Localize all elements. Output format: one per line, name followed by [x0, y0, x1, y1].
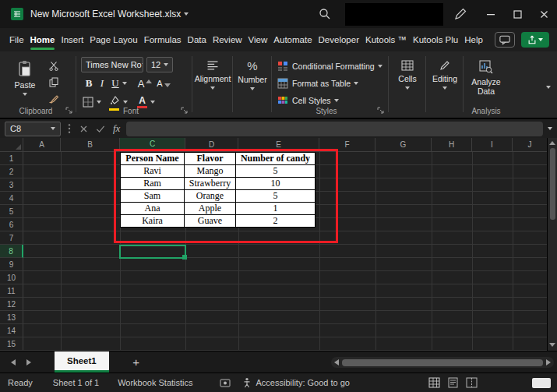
menu-tab-review[interactable]: Review: [210, 28, 245, 51]
font-size-select[interactable]: 12: [146, 57, 173, 72]
menu-tab-view[interactable]: View: [245, 28, 271, 51]
menu-tab-automate[interactable]: Automate: [270, 28, 315, 51]
row-header-10[interactable]: 10: [0, 271, 23, 284]
column-header-a[interactable]: A: [23, 138, 61, 151]
title-dropdown-icon[interactable]: [184, 12, 189, 16]
column-header-j[interactable]: J: [513, 138, 547, 151]
view-normal-icon[interactable]: [428, 377, 440, 388]
previous-sheet-icon[interactable]: [11, 359, 16, 366]
selected-cell-outline[interactable]: [119, 245, 186, 259]
number-format-button[interactable]: % Number: [235, 56, 270, 109]
zoom-indicator[interactable]: [532, 378, 551, 388]
column-header-g[interactable]: G: [375, 138, 432, 151]
cut-button[interactable]: [45, 58, 62, 72]
minimize-button[interactable]: [478, 0, 504, 28]
column-header-i[interactable]: I: [472, 138, 513, 151]
row-header-12[interactable]: 12: [0, 298, 23, 311]
formula-bar-grip-icon[interactable]: [67, 123, 72, 134]
sheet-tab-sheet1[interactable]: Sheet1: [55, 351, 109, 373]
group-divider: [425, 56, 426, 112]
italic-button[interactable]: I: [97, 76, 108, 91]
cancel-entry-icon[interactable]: [79, 125, 88, 133]
scroll-up-icon[interactable]: [549, 141, 555, 145]
decrease-font-button[interactable]: A: [156, 76, 171, 91]
alignment-button[interactable]: Alignment: [195, 56, 231, 109]
formula-input[interactable]: [126, 122, 543, 136]
editing-button[interactable]: Editing: [428, 56, 461, 109]
view-page-break-icon[interactable]: [466, 377, 478, 388]
pen-icon[interactable]: [454, 8, 467, 20]
comments-button[interactable]: [495, 32, 515, 48]
maximize-button[interactable]: [504, 0, 531, 28]
row-header-6[interactable]: 6: [0, 218, 23, 231]
add-sheet-button[interactable]: +: [129, 355, 143, 369]
conditional-formatting-button[interactable]: Conditional Formatting: [277, 58, 382, 73]
menu-tab-data[interactable]: Data: [185, 28, 210, 51]
comment-icon: [499, 35, 510, 45]
bold-button[interactable]: B: [83, 76, 95, 91]
search-icon[interactable]: [319, 8, 331, 20]
spreadsheet-grid[interactable]: A B C D E F G H I J 1 2 3 4: [0, 138, 547, 351]
horizontal-scrollbar[interactable]: [331, 357, 554, 368]
format-as-table-button[interactable]: Format as Table: [277, 76, 358, 90]
row-header-2[interactable]: 2: [0, 165, 23, 178]
horizontal-scroll-thumb[interactable]: [342, 359, 543, 366]
scroll-down-icon[interactable]: [549, 343, 555, 347]
view-page-layout-icon[interactable]: [447, 377, 459, 388]
enter-entry-icon[interactable]: [96, 125, 105, 133]
row-header-15[interactable]: 15: [0, 337, 23, 351]
analyze-data-button[interactable]: Analyze Data: [466, 56, 506, 109]
row-header-14[interactable]: 14: [0, 324, 23, 337]
close-button[interactable]: [531, 0, 557, 28]
menu-tab-kutools-plus[interactable]: Kutools Plu: [410, 28, 461, 51]
menu-tab-formulas[interactable]: Formulas: [141, 28, 185, 51]
workbook-statistics-button[interactable]: Workbook Statistics: [118, 378, 192, 387]
row-header-11[interactable]: 11: [0, 284, 23, 298]
next-sheet-icon[interactable]: [26, 359, 31, 366]
fill-handle[interactable]: [182, 255, 187, 260]
copy-button[interactable]: [45, 75, 62, 89]
row-header-9[interactable]: 9: [0, 258, 23, 271]
row-header-8[interactable]: 8: [0, 245, 23, 258]
menu-tab-page-layout[interactable]: Page Layou: [86, 28, 140, 51]
row-header-1[interactable]: 1: [0, 152, 23, 165]
menu-tab-kutools[interactable]: Kutools ™: [362, 28, 410, 51]
formula-bar-expand-icon[interactable]: [548, 127, 552, 130]
row-header-4[interactable]: 4: [0, 192, 23, 205]
increase-font-button[interactable]: A: [137, 76, 153, 91]
name-box[interactable]: C8: [5, 122, 61, 136]
font-name-select[interactable]: Times New Ro: [81, 57, 143, 72]
paste-button[interactable]: Paste: [8, 56, 42, 109]
column-header-b[interactable]: B: [61, 138, 120, 151]
row-header-5[interactable]: 5: [0, 205, 23, 218]
cells-button[interactable]: Cells: [391, 56, 424, 109]
share-button[interactable]: [521, 32, 549, 48]
menu-tab-file[interactable]: File: [6, 28, 27, 51]
window-title: New Microsoft Excel Worksheet.xlsx: [30, 9, 181, 19]
menu-tab-help[interactable]: Help: [461, 28, 486, 51]
format-painter-button[interactable]: [45, 91, 62, 105]
styles-dialog-launcher-icon[interactable]: [377, 107, 385, 115]
ribbon-collapse-icon[interactable]: [546, 86, 551, 89]
vertical-scroll-thumb[interactable]: [550, 148, 555, 220]
column-header-h[interactable]: H: [432, 138, 472, 151]
macro-record-icon[interactable]: [220, 378, 231, 388]
row-header-13[interactable]: 13: [0, 311, 23, 324]
underline-button[interactable]: U: [109, 76, 129, 91]
select-all-corner[interactable]: [0, 138, 23, 151]
menu-tab-home[interactable]: Home: [27, 28, 58, 51]
menu-tab-insert[interactable]: Insert: [58, 28, 86, 51]
vertical-scrollbar[interactable]: [547, 138, 557, 351]
row-header-3[interactable]: 3: [0, 178, 23, 192]
clipboard-dialog-launcher-icon[interactable]: [65, 107, 73, 115]
scroll-right-icon[interactable]: [546, 359, 551, 366]
cell-styles-button[interactable]: Cell Styles: [277, 93, 339, 108]
insert-function-button[interactable]: fx: [113, 122, 120, 135]
accessibility-status[interactable]: Accessibility: Good to go: [256, 378, 350, 387]
menu-tab-developer[interactable]: Developer: [316, 28, 362, 51]
column-gridline: [375, 152, 376, 351]
scroll-left-icon[interactable]: [334, 359, 339, 366]
font-dialog-launcher-icon[interactable]: [181, 107, 189, 115]
redacted-account: [345, 3, 443, 26]
row-header-7[interactable]: 7: [0, 231, 23, 245]
